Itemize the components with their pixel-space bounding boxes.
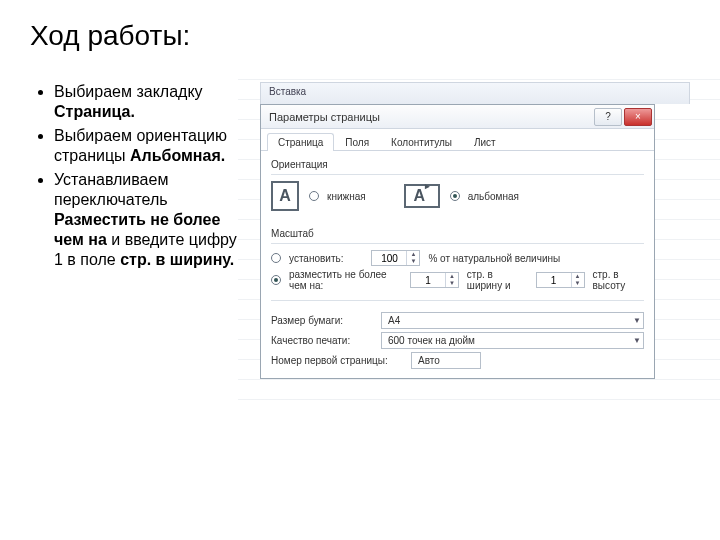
bullet-list: Выбираем закладку Страница. Выбираем ори… [40,82,250,379]
landscape-radio[interactable] [450,191,460,201]
dialog-tabs: Страница Поля Колонтитулы Лист [261,129,654,151]
scale-set-label: установить: [289,253,343,264]
fit-width-suffix: стр. в ширину и [467,269,528,291]
tab-page[interactable]: Страница [267,133,334,151]
portrait-label: книжная [327,191,366,202]
first-page-input[interactable]: Авто [411,352,481,369]
orientation-group-label: Ориентация [271,159,644,170]
portrait-icon: A [271,181,299,211]
chevron-down-icon: ▼ [633,336,641,345]
fit-height-spinner[interactable]: ▲▼ [536,272,585,288]
list-item: Выбираем закладку Страница. [54,82,250,122]
scale-fit-radio[interactable] [271,275,281,285]
first-page-label: Номер первой страницы: [271,355,403,366]
scale-set-radio[interactable] [271,253,281,263]
print-quality-select[interactable]: 600 точек на дюйм ▼ [381,332,644,349]
scale-percent-suffix: % от натуральной величины [428,253,560,264]
scale-percent-input[interactable] [372,253,406,264]
tab-sheet[interactable]: Лист [463,133,507,151]
tab-headerfooter[interactable]: Колонтитулы [380,133,463,151]
fit-height-input[interactable] [537,275,571,286]
print-quality-label: Качество печати: [271,335,373,346]
portrait-radio[interactable] [309,191,319,201]
dialog-title: Параметры страницы [269,111,380,123]
fit-height-suffix: стр. в высоту [593,269,644,291]
tab-margins[interactable]: Поля [334,133,380,151]
ribbon-tab: Вставка [260,82,690,104]
close-button[interactable]: × [624,108,652,126]
chevron-down-icon: ▼ [633,316,641,325]
paper-size-select[interactable]: A4 ▼ [381,312,644,329]
fit-width-spinner[interactable]: ▲▼ [410,272,459,288]
page-setup-dialog: Параметры страницы ? × Страница Поля Кол… [260,104,655,379]
slide-title: Ход работы: [0,0,720,52]
scale-fit-label: разместить не более чем на: [289,269,402,291]
scale-group-label: Масштаб [271,228,644,239]
list-item: Выбираем ориентацию страницы Альбомная. [54,126,250,166]
list-item: Устанавливаем переключатель Разместить н… [54,170,250,270]
landscape-icon: A▸ [404,184,440,208]
scale-percent-spinner[interactable]: ▲▼ [371,250,420,266]
screenshot-panel: Вставка Параметры страницы ? × Страница … [260,82,690,379]
landscape-label: альбомная [468,191,519,202]
fit-width-input[interactable] [411,275,445,286]
paper-size-label: Размер бумаги: [271,315,373,326]
help-button[interactable]: ? [594,108,622,126]
